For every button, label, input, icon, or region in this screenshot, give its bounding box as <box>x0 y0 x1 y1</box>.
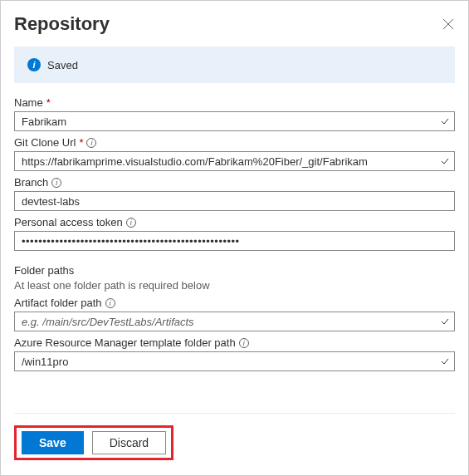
save-button[interactable]: Save <box>22 431 84 454</box>
help-icon[interactable]: i <box>105 298 115 308</box>
divider <box>14 413 455 414</box>
branch-input[interactable] <box>14 191 455 211</box>
name-label: Name* <box>14 96 455 109</box>
help-icon[interactable]: i <box>51 178 61 188</box>
close-icon <box>442 18 454 30</box>
pat-label: Personal access token i <box>14 216 455 228</box>
folder-paths-hint: At least one folder path is required bel… <box>14 279 455 292</box>
close-button[interactable] <box>442 17 455 31</box>
name-input[interactable] <box>14 111 455 131</box>
button-highlight-box: Save Discard <box>14 425 173 460</box>
branch-label: Branch i <box>14 176 455 189</box>
info-icon: i <box>27 58 41 71</box>
artifact-folder-input[interactable] <box>14 312 455 331</box>
help-icon[interactable]: i <box>126 218 136 228</box>
help-icon[interactable]: i <box>86 138 96 148</box>
arm-folder-input[interactable] <box>14 351 455 371</box>
page-title: Repository <box>14 13 110 35</box>
git-clone-url-input[interactable] <box>14 151 455 171</box>
git-clone-url-label: Git Clone Url* i <box>14 136 455 149</box>
folder-paths-section: Folder paths <box>14 264 455 277</box>
arm-folder-label: Azure Resource Manager template folder p… <box>14 336 455 349</box>
status-text: Saved <box>47 59 78 71</box>
help-icon[interactable]: i <box>239 338 249 348</box>
artifact-folder-label: Artifact folder path i <box>14 297 455 309</box>
required-indicator: * <box>46 96 51 109</box>
status-bar: i Saved <box>14 47 455 83</box>
pat-input[interactable] <box>14 231 455 251</box>
discard-button[interactable]: Discard <box>92 431 166 454</box>
required-indicator: * <box>79 136 83 149</box>
